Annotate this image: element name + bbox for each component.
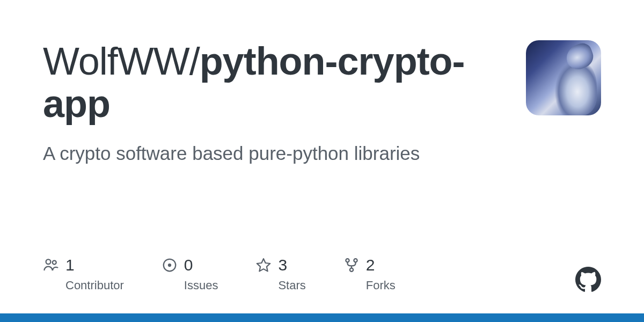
repo-card-container: WolfWW/python-crypto-app A crypto softwa… [0, 0, 644, 166]
stars-label: Stars [278, 279, 305, 292]
fork-icon [343, 257, 360, 273]
issue-icon [162, 257, 178, 273]
stats-row: 1 Contributor 0 Issues 3 Stars 2 Forks [43, 256, 396, 292]
svg-point-5 [354, 259, 357, 262]
issues-label: Issues [184, 279, 218, 292]
stat-stars[interactable]: 3 Stars [255, 256, 305, 292]
repo-description: A crypto software based pure-python libr… [43, 140, 499, 166]
forks-count: 2 [366, 256, 375, 274]
svg-point-1 [53, 261, 56, 265]
contributors-label: Contributor [65, 279, 124, 292]
svg-point-0 [46, 259, 51, 264]
star-icon [255, 257, 272, 273]
repo-separator: / [189, 40, 200, 83]
bottom-accent-bar [0, 313, 644, 322]
repo-title: WolfWW/python-crypto-app [43, 40, 499, 125]
forks-label: Forks [366, 279, 396, 292]
contributors-count: 1 [65, 256, 75, 274]
issues-count: 0 [184, 256, 193, 274]
repo-owner[interactable]: WolfWW [43, 40, 189, 83]
stat-issues[interactable]: 0 Issues [162, 256, 218, 292]
github-logo-icon[interactable] [575, 267, 601, 292]
stat-contributors[interactable]: 1 Contributor [43, 256, 124, 292]
svg-point-3 [168, 264, 171, 267]
avatar[interactable] [526, 40, 601, 115]
svg-point-6 [350, 268, 353, 272]
stars-count: 3 [278, 256, 287, 274]
svg-point-4 [346, 259, 349, 262]
people-icon [43, 257, 59, 273]
stat-forks[interactable]: 2 Forks [343, 256, 396, 292]
main-content: WolfWW/python-crypto-app A crypto softwa… [43, 40, 499, 166]
